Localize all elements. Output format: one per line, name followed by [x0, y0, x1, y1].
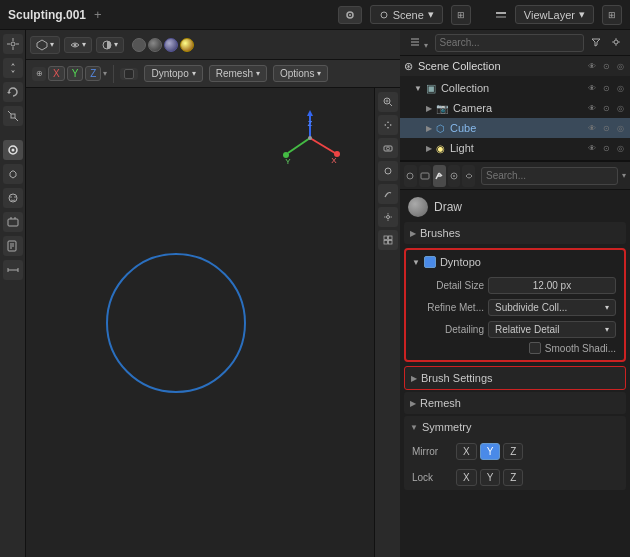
prop-tab-scene[interactable] [404, 165, 417, 187]
render-mode-button[interactable] [338, 6, 362, 24]
remesh-header[interactable]: ▶ Remesh [404, 392, 626, 414]
object-btn[interactable] [378, 161, 398, 181]
brushes-header[interactable]: ▶ Brushes [404, 222, 626, 244]
outliner-search[interactable] [435, 34, 584, 52]
coll-vis-icon[interactable]: 👁 [586, 84, 598, 93]
rotate-tool[interactable] [3, 82, 23, 102]
new-tab-button[interactable]: + [94, 7, 102, 22]
axis-x-btn[interactable]: X [48, 66, 65, 81]
lock-y-btn[interactable]: Y [480, 469, 501, 486]
material-shading[interactable] [164, 38, 178, 52]
checkbox-dyntopo[interactable] [120, 68, 138, 80]
face-icon [7, 192, 19, 204]
prop-tab-modifier[interactable] [462, 165, 475, 187]
refine-method-field: Refine Met... Subdivide Coll... ▾ [406, 296, 624, 318]
prop-tab-active-tool[interactable] [433, 165, 446, 187]
mirror-x-btn[interactable]: X [456, 443, 477, 460]
cam-vis-icon[interactable]: 👁 [586, 104, 598, 113]
properties-search[interactable] [481, 167, 618, 185]
cursor-tool[interactable] [3, 34, 23, 54]
rendered-shading[interactable] [180, 38, 194, 52]
camera-btn[interactable] [378, 138, 398, 158]
measure-tool[interactable] [3, 260, 23, 280]
cube-row[interactable]: ▶ ⬡ Cube 👁 ⊙ ◎ [400, 118, 630, 138]
pan-btn[interactable] [378, 115, 398, 135]
scene-selector[interactable]: Scene ▾ [370, 5, 443, 24]
scene-select-icon[interactable]: ⊙ [600, 62, 612, 71]
viewport-canvas[interactable]: Z X Y [26, 88, 400, 557]
detailing-dropdown[interactable]: Relative Detail ▾ [488, 321, 616, 338]
outliner-settings-button[interactable] [608, 36, 624, 50]
zoom-in-btn[interactable] [378, 92, 398, 112]
dyntopo-enabled-checkbox[interactable] [424, 256, 436, 268]
outliner-filter-button[interactable] [588, 36, 604, 50]
remesh-button[interactable]: Remesh ▾ [209, 65, 267, 82]
cube-select-icon[interactable]: ⊙ [600, 124, 612, 133]
dyntopo-selector[interactable]: Dyntopo ▾ [144, 65, 202, 82]
dyntopo-arrow: ▾ [192, 69, 196, 78]
scene-render-icon[interactable]: ◎ [614, 62, 626, 71]
editor-type-button[interactable]: ▾ [30, 36, 60, 54]
axis-z-btn[interactable]: Z [85, 66, 101, 81]
grid-btn[interactable] [378, 230, 398, 250]
properties-content: Draw ▶ Brushes ▼ Dyntopo [400, 190, 630, 557]
brush-settings-expand-icon: ▶ [411, 374, 417, 383]
scene-collection-row[interactable]: ⊛ Scene Collection 👁 ⊙ ◎ [400, 56, 630, 76]
view-settings-button[interactable]: ▾ [64, 37, 92, 53]
svg-line-14 [15, 118, 18, 121]
scale-icon [7, 110, 19, 122]
cam-render-icon[interactable]: ◎ [614, 104, 626, 113]
viewport-shading-button[interactable]: ▾ [96, 37, 124, 53]
coll-select-icon[interactable]: ⊙ [600, 84, 612, 93]
scale-tool[interactable] [3, 106, 23, 126]
draw-tool[interactable] [3, 140, 23, 160]
wireframe-shading[interactable] [132, 38, 146, 52]
prop-tab-render[interactable] [419, 165, 432, 187]
outliner-type-button[interactable]: ▾ [406, 35, 431, 51]
scene-vis-icon[interactable]: 👁 [586, 62, 598, 71]
symmetry-section: ▼ Symmetry Mirror X Y [404, 416, 626, 490]
brush-settings-header[interactable]: ▶ Brush Settings [405, 367, 625, 389]
detail-size-input[interactable]: 12.00 px [488, 277, 616, 294]
annotate-tool[interactable] [3, 236, 23, 256]
coll-render-icon[interactable]: ◎ [614, 84, 626, 93]
smooth-shading-checkbox[interactable] [529, 342, 541, 354]
grab-tool[interactable] [3, 164, 23, 184]
mirror-y-btn[interactable]: Y [480, 443, 501, 460]
light-select-icon[interactable]: ⊙ [600, 144, 612, 153]
light-render-icon[interactable]: ◎ [614, 144, 626, 153]
view-tool[interactable] [3, 212, 23, 232]
mirror-z-btn[interactable]: Z [503, 443, 523, 460]
move-tool[interactable] [3, 58, 23, 78]
options-button[interactable]: Options ▾ [273, 65, 328, 82]
svg-point-58 [614, 40, 618, 44]
remesh-label: Remesh [216, 68, 253, 79]
lock-z-btn[interactable]: Z [503, 469, 523, 486]
svg-marker-11 [7, 92, 11, 94]
scene-dropdown-icon: ▾ [428, 8, 434, 21]
dyntopo-header[interactable]: ▼ Dyntopo [406, 250, 624, 274]
prop-tab-object[interactable] [448, 165, 461, 187]
svg-line-44 [389, 104, 392, 107]
cube-vis-icon[interactable]: 👁 [586, 124, 598, 133]
collection-row[interactable]: ▼ ▣ Collection 👁 ⊙ ◎ [400, 78, 630, 98]
cam-select-icon[interactable]: ⊙ [600, 104, 612, 113]
remesh-arrow: ▾ [256, 69, 260, 78]
transform-icon[interactable]: ⊕ [32, 67, 46, 81]
camera-row[interactable]: ▶ 📷 Camera 👁 ⊙ ◎ [400, 98, 630, 118]
scene-add-button[interactable]: ⊞ [451, 5, 471, 25]
face-tool[interactable] [3, 188, 23, 208]
cube-render-icon[interactable]: ◎ [614, 124, 626, 133]
solid-shading[interactable] [148, 38, 162, 52]
sculpt-btn[interactable] [378, 184, 398, 204]
dyntopo-expand-icon: ▼ [412, 258, 420, 267]
light-vis-icon[interactable]: 👁 [586, 144, 598, 153]
lock-x-btn[interactable]: X [456, 469, 477, 486]
settings-btn[interactable] [378, 207, 398, 227]
symmetry-header[interactable]: ▼ Symmetry [404, 416, 626, 438]
viewlayer-selector[interactable]: ViewLayer ▾ [515, 5, 594, 24]
light-row[interactable]: ▶ ◉ Light 👁 ⊙ ◎ [400, 138, 630, 158]
refine-method-dropdown[interactable]: Subdivide Coll... ▾ [488, 299, 616, 316]
viewlayer-add-button[interactable]: ⊞ [602, 5, 622, 25]
axis-y-btn[interactable]: Y [67, 66, 84, 81]
